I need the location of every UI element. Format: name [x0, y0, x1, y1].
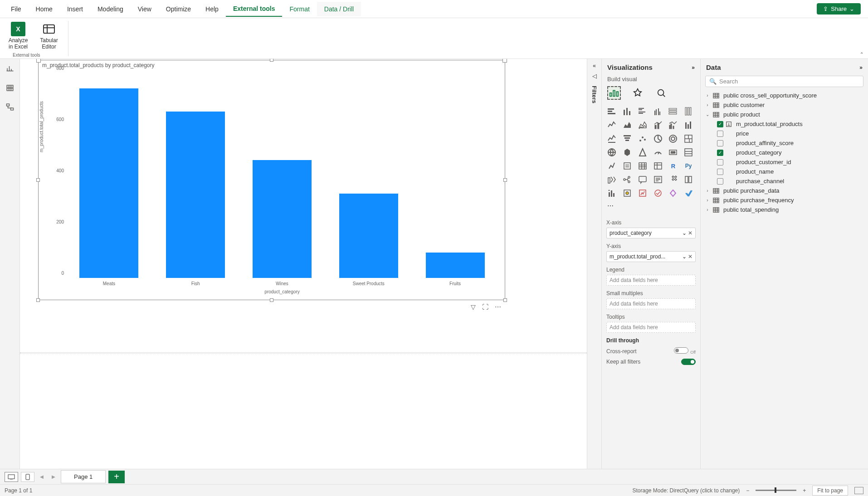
report-view-icon[interactable]: [5, 63, 15, 74]
matrix-icon[interactable]: [653, 160, 663, 171]
field-checkbox[interactable]: [717, 159, 723, 165]
analytics-tab[interactable]: [654, 86, 668, 100]
build-visual-tab[interactable]: [607, 86, 621, 100]
filled-map-icon[interactable]: [622, 147, 633, 158]
stacked-area-icon[interactable]: [637, 120, 648, 131]
focus-mode-icon[interactable]: ⛶: [482, 303, 488, 311]
decomposition-tree-icon[interactable]: [622, 174, 633, 185]
multi-row-card-icon[interactable]: [683, 147, 694, 158]
key-influencers-icon[interactable]: [606, 174, 617, 185]
table-row[interactable]: ›public total_spending: [704, 205, 864, 214]
field-row[interactable]: product_affinity_score: [704, 138, 864, 148]
table-view-icon[interactable]: [5, 83, 15, 93]
fit-to-page-button[interactable]: Fit to page: [812, 486, 848, 496]
smart-narrative-icon[interactable]: [653, 174, 663, 185]
custom-viz-3-icon[interactable]: [653, 188, 663, 199]
yaxis-well[interactable]: m_product.total_prod... ⌄ ✕: [606, 251, 696, 262]
gauge-icon[interactable]: [653, 147, 663, 158]
collapse-data-icon[interactable]: »: [859, 64, 863, 71]
storage-mode-button[interactable]: Storage Mode: DirectQuery (click to chan…: [633, 487, 740, 494]
chart-bar[interactable]: [426, 253, 485, 278]
qa-visual-icon[interactable]: [637, 174, 648, 185]
zoom-slider[interactable]: [756, 490, 796, 491]
filters-pane-collapsed[interactable]: « ◁ Filters: [587, 59, 601, 469]
prev-page-button[interactable]: ◄: [37, 473, 46, 480]
desktop-layout-button[interactable]: [5, 472, 18, 482]
area-chart-icon[interactable]: [622, 120, 633, 131]
stacked-bar-icon[interactable]: [606, 106, 617, 117]
tab-home[interactable]: Home: [29, 2, 60, 16]
hundred-stacked-bar-icon[interactable]: [668, 106, 678, 117]
add-page-button[interactable]: +: [108, 471, 125, 483]
search-input[interactable]: 🔍 Search: [705, 76, 863, 87]
treemap-icon[interactable]: [683, 133, 694, 144]
expand-filters-icon[interactable]: «: [593, 63, 596, 69]
line-chart-icon[interactable]: [606, 120, 617, 131]
next-page-button[interactable]: ►: [49, 473, 58, 480]
field-checkbox[interactable]: [717, 131, 723, 137]
field-checkbox[interactable]: ✓: [717, 121, 723, 127]
zoom-in-button[interactable]: +: [803, 487, 806, 494]
tab-external-tools[interactable]: External tools: [226, 1, 283, 17]
donut-chart-icon[interactable]: [668, 133, 678, 144]
paginated-report-icon[interactable]: [668, 174, 678, 185]
python-visual-icon[interactable]: Py: [683, 160, 694, 171]
chevron-down-icon[interactable]: ⌄: [682, 253, 687, 260]
chart-bar[interactable]: [253, 160, 312, 278]
tabular-editor-button[interactable]: Tabular Editor: [35, 21, 63, 56]
kpi-icon[interactable]: [606, 160, 617, 171]
power-automate-icon[interactable]: [606, 188, 617, 199]
line-clustered-column-icon[interactable]: [668, 120, 678, 131]
custom-viz-1-icon[interactable]: [622, 188, 633, 199]
fullscreen-button[interactable]: [854, 487, 863, 494]
r-visual-icon[interactable]: R: [668, 160, 678, 171]
share-button[interactable]: ⇪ Share ⌄: [817, 3, 861, 15]
stacked-column-icon[interactable]: [622, 106, 633, 117]
custom-viz-2-icon[interactable]: [637, 188, 648, 199]
xaxis-well[interactable]: product_category ⌄ ✕: [606, 228, 696, 238]
filter-icon[interactable]: ▽: [471, 303, 476, 311]
analyze-in-excel-button[interactable]: X Analyze in Excel: [5, 21, 32, 56]
custom-viz-4-icon[interactable]: [668, 188, 678, 199]
field-row[interactable]: product_name: [704, 167, 864, 176]
report-canvas[interactable]: m_product.total_products by product_cate…: [20, 59, 587, 469]
tab-format[interactable]: Format: [282, 2, 317, 16]
bar-chart-visual[interactable]: m_product.total_products by product_cate…: [38, 60, 505, 300]
collapse-viz-icon[interactable]: »: [692, 64, 695, 71]
clustered-bar-icon[interactable]: [637, 106, 648, 117]
funnel-chart-icon[interactable]: [622, 133, 633, 144]
chart-bar[interactable]: [166, 112, 225, 278]
tab-modeling[interactable]: Modeling: [90, 2, 131, 16]
tab-help[interactable]: Help: [198, 2, 226, 16]
clustered-column-icon[interactable]: [653, 106, 663, 117]
tooltips-well[interactable]: Add data fields here: [606, 322, 696, 333]
field-row[interactable]: product_customer_id: [704, 157, 864, 167]
pie-chart-icon[interactable]: [653, 133, 663, 144]
cross-report-toggle[interactable]: [674, 347, 688, 354]
viz-more-button[interactable]: ⋯: [602, 200, 700, 211]
field-row[interactable]: ✓product_category: [704, 148, 864, 157]
tab-optimize[interactable]: Optimize: [159, 2, 198, 16]
scatter-icon[interactable]: [637, 133, 648, 144]
chevron-down-icon[interactable]: ⌄: [682, 230, 687, 236]
more-options-icon[interactable]: ⋯: [495, 303, 501, 311]
tab-insert[interactable]: Insert: [60, 2, 90, 16]
line-stacked-column-icon[interactable]: [653, 120, 663, 131]
field-checkbox[interactable]: [717, 140, 723, 146]
page-tab-1[interactable]: Page 1: [61, 470, 106, 483]
remove-field-icon[interactable]: ✕: [688, 253, 692, 260]
field-row[interactable]: ✓m_product.total_products: [704, 119, 864, 129]
format-visual-tab[interactable]: [631, 86, 644, 100]
field-row[interactable]: price: [704, 129, 864, 138]
table-row[interactable]: ›public purchase_data: [704, 186, 864, 195]
tab-view[interactable]: View: [131, 2, 159, 16]
field-checkbox[interactable]: [717, 169, 723, 175]
small-multiples-well[interactable]: Add data fields here: [606, 298, 696, 309]
chart-bar[interactable]: [339, 194, 398, 278]
card-icon[interactable]: 123: [668, 147, 678, 158]
field-checkbox[interactable]: ✓: [717, 150, 723, 156]
mobile-layout-button[interactable]: [21, 472, 34, 482]
zoom-out-button[interactable]: −: [746, 487, 749, 494]
field-row[interactable]: purchase_channel: [704, 176, 864, 186]
tab-data-drill[interactable]: Data / Drill: [317, 2, 361, 16]
